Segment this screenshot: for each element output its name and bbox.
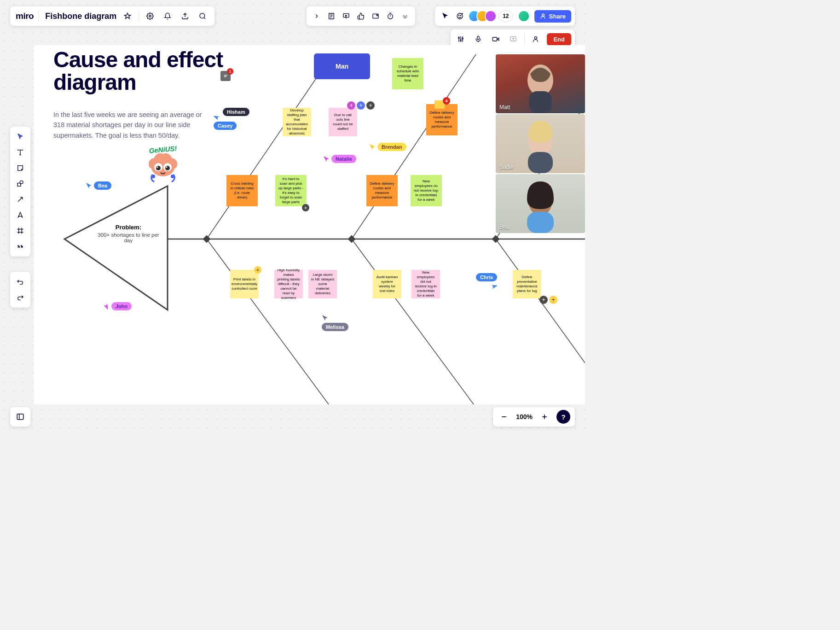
gear-icon[interactable] — [144, 10, 156, 23]
participant-avatars[interactable]: 12 — [468, 10, 513, 22]
svg-point-2 — [200, 13, 205, 18]
svg-point-68 — [166, 167, 168, 168]
video-tile[interactable]: Sadie — [496, 114, 585, 173]
genius-sticker[interactable]: GeNiUS! — [147, 146, 179, 185]
problem-block: Problem: 300+ shortages to line per day — [96, 224, 161, 243]
sticky-note[interactable]: New employees did not receive log-in cre… — [411, 270, 440, 298]
plus-dot[interactable]: + — [357, 101, 365, 110]
plus-dot[interactable]: + — [366, 101, 375, 110]
svg-point-18 — [460, 15, 461, 16]
undo-button[interactable] — [14, 275, 27, 288]
svg-rect-61 — [492, 235, 500, 243]
avatar[interactable] — [485, 10, 497, 22]
svg-rect-74 — [528, 152, 553, 173]
category-man[interactable]: Man — [314, 53, 370, 79]
chevron-down-icon[interactable] — [399, 10, 411, 23]
zoom-in-button[interactable] — [538, 410, 551, 423]
comment-thread-icon[interactable]: 1 — [220, 71, 231, 81]
plus-dot[interactable]: + — [347, 101, 355, 110]
diagram-title: Cause and effect diagram — [53, 49, 228, 94]
sticky-note[interactable]: Cross training in critical roles (i.e. r… — [226, 175, 258, 206]
app-logo[interactable]: miro — [16, 11, 34, 21]
svg-rect-60 — [348, 235, 356, 243]
my-avatar[interactable] — [518, 10, 530, 22]
frame-icon[interactable] — [369, 10, 382, 23]
bell-icon[interactable] — [161, 10, 174, 23]
person-icon[interactable] — [529, 33, 542, 46]
notes-icon[interactable] — [325, 10, 338, 23]
board-canvas[interactable]: Cause and effect diagram In the last fiv… — [34, 45, 585, 404]
frame-tool[interactable] — [14, 224, 27, 237]
separator — [38, 10, 39, 22]
video-icon[interactable] — [489, 33, 502, 46]
sticky-note[interactable]: Due to call outs line could not be staff… — [329, 108, 357, 136]
sticky-note[interactable]: It's hard to scan and pick up large part… — [275, 175, 307, 206]
sticky-note[interactable]: Define delivery routes and measure perfo… — [426, 104, 458, 135]
plus-badge-icon[interactable]: + — [302, 204, 309, 211]
screenshare-icon[interactable] — [507, 33, 520, 46]
sticky-note[interactable]: Changes in schedule w/in material lead t… — [392, 58, 423, 89]
plus-dot[interactable]: + — [549, 296, 557, 304]
toolbar-top-left: miro Fishbone diagram — [10, 6, 214, 26]
diagram-description: In the last five weeks we are seeing an … — [53, 110, 210, 140]
sticky-note[interactable]: High humidity makes printing labels diff… — [274, 270, 303, 298]
svg-point-0 — [149, 15, 151, 17]
svg-point-21 — [542, 14, 545, 16]
video-name: Sadie — [499, 164, 514, 170]
select-tool[interactable] — [14, 130, 27, 143]
share-button[interactable]: Share — [534, 10, 571, 23]
svg-line-39 — [18, 197, 22, 201]
svg-point-34 — [535, 37, 537, 39]
sticky-note[interactable]: Audit kanban system weekly for lost tote… — [373, 270, 401, 298]
note-reactions[interactable]: + + — [539, 296, 557, 304]
board-title[interactable]: Fishbone diagram — [45, 12, 116, 21]
timer-icon[interactable] — [384, 10, 397, 23]
participant-count[interactable]: 12 — [498, 10, 513, 22]
microphone-icon[interactable] — [472, 33, 485, 46]
hide-panel-button[interactable] — [10, 407, 30, 426]
sliders-icon[interactable] — [454, 33, 467, 46]
sticky-tool[interactable] — [14, 162, 27, 175]
help-button[interactable]: ? — [556, 410, 570, 424]
svg-marker-58 — [64, 186, 168, 310]
svg-point-25 — [460, 40, 462, 41]
plus-dot[interactable]: + — [539, 296, 548, 304]
sticky-note[interactable]: Print labels in environmentally controll… — [230, 270, 259, 298]
end-button[interactable]: End — [547, 33, 571, 46]
sticky-note[interactable]: Develop staffing plan that accomodates f… — [283, 108, 311, 136]
sticky-note[interactable]: Define preventative maintenance plans fo… — [513, 270, 541, 298]
more-tools[interactable] — [14, 240, 27, 253]
plus-badge-icon[interactable]: + — [254, 266, 261, 274]
text-tool[interactable] — [14, 146, 27, 159]
video-tile[interactable]: Matt — [496, 54, 585, 113]
note-reactions[interactable]: + + + — [347, 101, 375, 110]
shape-tool[interactable] — [14, 177, 27, 190]
sticky-note[interactable]: Define delivery routes and measure perfo… — [366, 175, 398, 206]
arrow-tool[interactable] — [14, 193, 27, 206]
svg-point-38 — [20, 181, 23, 184]
star-icon[interactable] — [121, 10, 134, 23]
upload-icon[interactable] — [179, 10, 191, 23]
presentation-icon[interactable] — [340, 10, 353, 23]
pen-tool[interactable] — [14, 209, 27, 222]
cursor-icon[interactable] — [439, 10, 452, 23]
video-tile[interactable]: Bea — [496, 174, 585, 233]
sticky-note[interactable]: New employees do not receive log-in cred… — [411, 175, 442, 206]
zoom-toolbar: 100% ? — [493, 407, 575, 426]
svg-point-69 — [151, 175, 155, 178]
reaction-add-icon[interactable] — [453, 10, 466, 23]
note-badge: 4 — [443, 97, 450, 105]
redo-button[interactable] — [14, 291, 27, 304]
zoom-level[interactable]: 100% — [516, 413, 533, 420]
thumbs-up-icon[interactable] — [354, 10, 367, 23]
svg-point-70 — [171, 175, 174, 178]
separator — [139, 10, 139, 22]
chevron-right-icon[interactable] — [310, 10, 323, 23]
search-icon[interactable] — [196, 10, 209, 23]
cursor-casey: Casey — [214, 114, 237, 130]
sticky-note[interactable]: Large storm in NE delayed some material … — [308, 270, 337, 298]
cursor-natalie: Natalie — [323, 155, 356, 163]
svg-point-12 — [377, 15, 378, 16]
zoom-out-button[interactable] — [498, 410, 510, 423]
svg-rect-72 — [529, 91, 552, 113]
